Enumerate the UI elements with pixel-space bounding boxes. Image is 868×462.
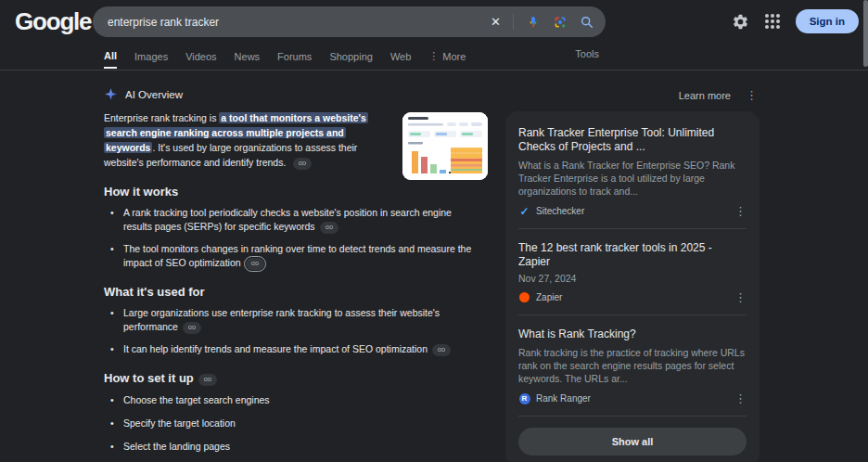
dashboard-thumbnail-image[interactable] <box>402 112 488 180</box>
ai-overview-section: AI Overview <box>104 87 488 462</box>
bullet-text: The tool monitors changes in ranking ove… <box>123 243 471 268</box>
bullet-text: Choose the target search engines <box>123 394 270 405</box>
voice-search-icon[interactable] <box>526 15 541 30</box>
search-divider <box>513 14 514 30</box>
citation-chip[interactable] <box>432 344 451 356</box>
panel-divider <box>518 228 747 229</box>
card-more-icon[interactable]: ⋮ <box>734 392 747 404</box>
tools-button[interactable]: Tools <box>575 48 599 65</box>
panel-divider <box>518 314 747 315</box>
list-item: Choose the target search engines <box>104 393 475 407</box>
source-description: Rank tracking is the practice of trackin… <box>518 346 747 385</box>
tab-shopping[interactable]: Shopping <box>329 51 373 68</box>
section-what-its-used-for: What it's used for Large organizations u… <box>104 285 488 356</box>
show-all-button[interactable]: Show all <box>518 428 747 456</box>
overview-more-icon[interactable]: ⋮ <box>746 89 758 101</box>
tab-all[interactable]: All <box>104 50 117 69</box>
source-card[interactable]: What is Rank Tracking? Rank tracking is … <box>518 325 747 413</box>
google-lens-icon[interactable] <box>553 15 568 30</box>
search-input[interactable] <box>108 16 491 29</box>
section-heading: How it works <box>104 185 488 199</box>
link-icon <box>250 259 260 268</box>
tab-forums[interactable]: Forums <box>277 51 312 68</box>
link-icon <box>298 159 307 168</box>
citation-chip-focused[interactable] <box>246 258 264 270</box>
link-icon <box>187 323 197 332</box>
section-how-it-works: How it works A rank tracking tool period… <box>104 185 488 270</box>
ai-sparkle-icon <box>104 87 118 101</box>
section-heading: How to set it up <box>104 371 194 385</box>
bullet-text: It can help identify trends and measure … <box>123 343 428 354</box>
sitechecker-favicon-icon: ✓ <box>518 205 530 217</box>
section-heading: What it's used for <box>104 285 488 299</box>
section-how-to-set-it-up: How to set it up Choose the target searc… <box>104 371 488 462</box>
list-item: Specify the target location <box>104 417 475 430</box>
source-card[interactable]: The 12 best rank tracker tools in 2025 -… <box>518 238 747 312</box>
card-more-icon[interactable]: ⋮ <box>734 291 747 303</box>
citation-chip[interactable] <box>320 222 338 234</box>
learn-more-link[interactable]: Learn more <box>679 90 731 101</box>
sign-in-button[interactable]: Sign in <box>796 9 859 33</box>
source-name: Sitechecker <box>536 206 734 216</box>
source-card[interactable]: Rank Tracker Enterprise Tool: Unlimited … <box>518 123 747 225</box>
google-logo[interactable]: Google <box>15 7 91 36</box>
list-item: The tool monitors changes in ranking ove… <box>104 242 475 270</box>
tab-videos[interactable]: Videos <box>185 51 216 68</box>
source-name: Zapier <box>536 292 734 302</box>
bullet-text: Large organizations use enterprise rank … <box>123 307 440 332</box>
bullet-text: Specify the target location <box>123 417 236 429</box>
link-icon <box>203 375 212 384</box>
link-icon <box>437 345 446 354</box>
search-icon[interactable] <box>580 15 594 30</box>
rank-ranger-favicon-icon: R <box>518 392 530 404</box>
scrollbar-thumb[interactable] <box>863 0 868 67</box>
bullet-text: A rank tracking tool periodically checks… <box>123 207 452 232</box>
zapier-favicon-icon <box>518 291 530 303</box>
citation-chip[interactable] <box>198 374 217 386</box>
tab-news[interactable]: News <box>235 51 261 68</box>
header-divider <box>0 70 868 71</box>
bullet-text: Select the landing pages <box>123 441 230 452</box>
list-item: It can help identify trends and measure … <box>104 342 475 356</box>
source-title[interactable]: The 12 best rank tracker tools in 2025 -… <box>518 241 747 269</box>
tab-more[interactable]: ⋮ More <box>428 50 466 68</box>
ai-overview-paragraph: Enterprise rank tracking is a tool that … <box>104 110 488 170</box>
source-date: Nov 27, 2024 <box>518 273 747 284</box>
source-name: Rank Ranger <box>536 393 734 404</box>
card-more-icon[interactable]: ⋮ <box>734 205 747 217</box>
source-title[interactable]: Rank Tracker Enterprise Tool: Unlimited … <box>518 126 747 154</box>
tab-more-label: More <box>442 51 466 62</box>
list-item: A rank tracking tool periodically checks… <box>104 206 475 234</box>
tab-web[interactable]: Web <box>390 51 411 68</box>
panel-divider <box>518 416 747 417</box>
citation-chip[interactable] <box>293 158 312 170</box>
source-title[interactable]: What is Rank Tracking? <box>518 327 747 341</box>
clear-search-icon[interactable]: ✕ <box>491 15 501 29</box>
tab-images[interactable]: Images <box>134 51 168 68</box>
ai-overview-label: AI Overview <box>125 89 183 100</box>
source-description: What is a Rank Tracker for Enterprise SE… <box>518 159 747 198</box>
list-item: Large organizations use enterprise rank … <box>104 306 475 334</box>
search-bar[interactable]: ✕ <box>93 6 606 37</box>
list-item: Select the landing pages <box>104 440 475 454</box>
paragraph-intro: Enterprise rank tracking is <box>104 112 219 123</box>
google-apps-icon[interactable] <box>765 14 780 29</box>
sources-panel: Rank Tracker Enterprise Tool: Unlimited … <box>505 111 760 462</box>
settings-gear-icon[interactable] <box>732 13 749 31</box>
link-icon <box>325 223 334 232</box>
more-vertical-icon: ⋮ <box>428 50 439 62</box>
citation-chip[interactable] <box>183 322 201 334</box>
sources-panel-column: Learn more ⋮ Rank Tracker Enterprise Too… <box>505 89 760 462</box>
